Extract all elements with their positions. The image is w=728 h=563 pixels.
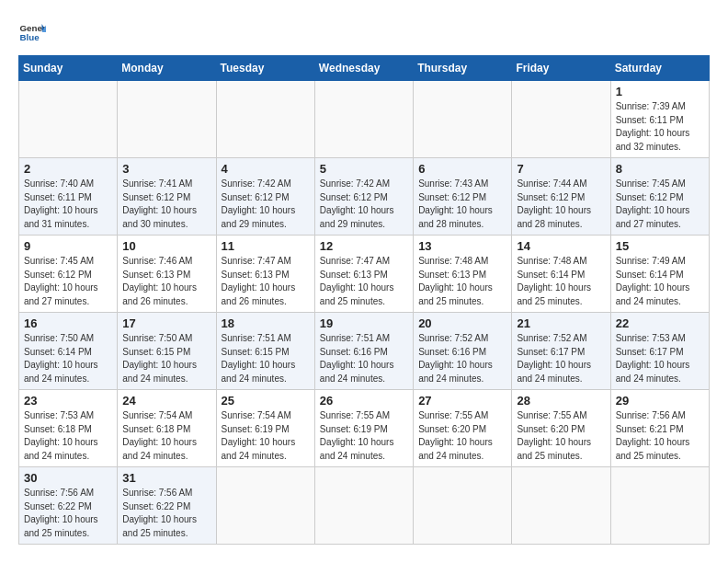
day-number: 28	[517, 394, 605, 408]
calendar-cell: 10Sunrise: 7:46 AMSunset: 6:13 PMDayligh…	[118, 236, 216, 313]
day-number: 29	[616, 394, 704, 408]
day-info: Sunrise: 7:46 AMSunset: 6:13 PMDaylight:…	[122, 255, 210, 308]
calendar-cell	[314, 81, 413, 158]
calendar-header: SundayMondayTuesdayWednesdayThursdayFrid…	[19, 56, 710, 81]
calendar-cell: 3Sunrise: 7:41 AMSunset: 6:12 PMDaylight…	[118, 158, 216, 236]
logo: General Blue	[18, 18, 46, 46]
day-info: Sunrise: 7:49 AMSunset: 6:14 PMDaylight:…	[616, 255, 704, 308]
day-info: Sunrise: 7:40 AMSunset: 6:11 PMDaylight:…	[24, 178, 112, 231]
day-number: 22	[616, 316, 704, 330]
day-info: Sunrise: 7:42 AMSunset: 6:12 PMDaylight:…	[320, 178, 408, 231]
day-number: 5	[320, 162, 408, 176]
day-info: Sunrise: 7:45 AMSunset: 6:12 PMDaylight:…	[24, 255, 112, 308]
day-info: Sunrise: 7:48 AMSunset: 6:14 PMDaylight:…	[517, 255, 605, 308]
day-number: 21	[517, 316, 605, 330]
calendar-cell: 19Sunrise: 7:51 AMSunset: 6:16 PMDayligh…	[314, 313, 413, 390]
calendar-cell	[216, 467, 314, 545]
calendar-cell: 22Sunrise: 7:53 AMSunset: 6:17 PMDayligh…	[610, 313, 709, 390]
calendar-cell	[610, 467, 709, 545]
header-row: SundayMondayTuesdayWednesdayThursdayFrid…	[19, 56, 710, 81]
calendar-cell: 20Sunrise: 7:52 AMSunset: 6:16 PMDayligh…	[414, 313, 512, 390]
day-number: 16	[24, 316, 112, 330]
day-number: 13	[418, 239, 506, 253]
calendar-cell	[216, 81, 314, 158]
calendar-cell: 6Sunrise: 7:43 AMSunset: 6:12 PMDaylight…	[414, 158, 512, 236]
calendar-cell	[314, 467, 413, 545]
calendar-cell: 12Sunrise: 7:47 AMSunset: 6:13 PMDayligh…	[314, 236, 413, 313]
day-number: 3	[122, 162, 210, 176]
calendar-row: 23Sunrise: 7:53 AMSunset: 6:18 PMDayligh…	[19, 390, 710, 467]
day-info: Sunrise: 7:51 AMSunset: 6:15 PMDaylight:…	[222, 332, 310, 385]
calendar-cell: 5Sunrise: 7:42 AMSunset: 6:12 PMDaylight…	[314, 158, 413, 236]
day-info: Sunrise: 7:44 AMSunset: 6:12 PMDaylight:…	[517, 178, 605, 231]
day-info: Sunrise: 7:53 AMSunset: 6:17 PMDaylight:…	[616, 332, 704, 385]
calendar-cell: 9Sunrise: 7:45 AMSunset: 6:12 PMDaylight…	[19, 236, 118, 313]
calendar-row: 9Sunrise: 7:45 AMSunset: 6:12 PMDaylight…	[19, 236, 710, 313]
calendar-cell: 13Sunrise: 7:48 AMSunset: 6:13 PMDayligh…	[414, 236, 512, 313]
day-info: Sunrise: 7:52 AMSunset: 6:16 PMDaylight:…	[418, 332, 506, 385]
day-info: Sunrise: 7:42 AMSunset: 6:12 PMDaylight:…	[222, 178, 310, 231]
day-number: 9	[24, 239, 112, 253]
day-number: 10	[122, 239, 210, 253]
header-cell-saturday: Saturday	[610, 56, 709, 81]
calendar-row: 2Sunrise: 7:40 AMSunset: 6:11 PMDaylight…	[19, 158, 710, 236]
day-info: Sunrise: 7:53 AMSunset: 6:18 PMDaylight:…	[24, 409, 112, 463]
day-number: 24	[122, 394, 210, 408]
calendar-cell: 18Sunrise: 7:51 AMSunset: 6:15 PMDayligh…	[216, 313, 314, 390]
day-info: Sunrise: 7:56 AMSunset: 6:22 PMDaylight:…	[122, 487, 210, 540]
calendar-cell: 25Sunrise: 7:54 AMSunset: 6:19 PMDayligh…	[216, 390, 314, 467]
calendar-cell: 14Sunrise: 7:48 AMSunset: 6:14 PMDayligh…	[512, 236, 610, 313]
day-info: Sunrise: 7:55 AMSunset: 6:20 PMDaylight:…	[418, 409, 506, 463]
day-number: 1	[616, 85, 704, 98]
day-info: Sunrise: 7:54 AMSunset: 6:19 PMDaylight:…	[222, 409, 310, 463]
header-cell-tuesday: Tuesday	[216, 56, 314, 81]
day-info: Sunrise: 7:41 AMSunset: 6:12 PMDaylight:…	[122, 178, 210, 231]
day-info: Sunrise: 7:50 AMSunset: 6:15 PMDaylight:…	[122, 332, 210, 385]
calendar-cell	[414, 81, 512, 158]
day-number: 18	[222, 316, 310, 330]
calendar-cell: 1Sunrise: 7:39 AMSunset: 6:11 PMDaylight…	[610, 81, 709, 158]
calendar-cell: 31Sunrise: 7:56 AMSunset: 6:22 PMDayligh…	[118, 467, 216, 545]
day-info: Sunrise: 7:39 AMSunset: 6:11 PMDaylight:…	[616, 100, 704, 154]
day-info: Sunrise: 7:43 AMSunset: 6:12 PMDaylight:…	[418, 178, 506, 231]
calendar-cell: 2Sunrise: 7:40 AMSunset: 6:11 PMDaylight…	[19, 158, 118, 236]
calendar-cell	[19, 81, 118, 158]
day-info: Sunrise: 7:55 AMSunset: 6:20 PMDaylight:…	[517, 409, 605, 463]
day-number: 6	[418, 162, 506, 176]
calendar-cell: 16Sunrise: 7:50 AMSunset: 6:14 PMDayligh…	[19, 313, 118, 390]
calendar-cell: 11Sunrise: 7:47 AMSunset: 6:13 PMDayligh…	[216, 236, 314, 313]
calendar-cell: 7Sunrise: 7:44 AMSunset: 6:12 PMDaylight…	[512, 158, 610, 236]
day-number: 7	[517, 162, 605, 176]
day-number: 26	[320, 394, 408, 408]
day-info: Sunrise: 7:47 AMSunset: 6:13 PMDaylight:…	[222, 255, 310, 308]
day-info: Sunrise: 7:52 AMSunset: 6:17 PMDaylight:…	[517, 332, 605, 385]
header-cell-thursday: Thursday	[414, 56, 512, 81]
day-info: Sunrise: 7:51 AMSunset: 6:16 PMDaylight:…	[320, 332, 408, 385]
day-info: Sunrise: 7:56 AMSunset: 6:21 PMDaylight:…	[616, 409, 704, 463]
header-cell-monday: Monday	[118, 56, 216, 81]
day-info: Sunrise: 7:56 AMSunset: 6:22 PMDaylight:…	[24, 487, 112, 540]
header-cell-friday: Friday	[512, 56, 610, 81]
calendar-cell: 15Sunrise: 7:49 AMSunset: 6:14 PMDayligh…	[610, 236, 709, 313]
calendar-cell	[512, 81, 610, 158]
calendar-table: SundayMondayTuesdayWednesdayThursdayFrid…	[18, 55, 710, 545]
calendar-cell: 24Sunrise: 7:54 AMSunset: 6:18 PMDayligh…	[118, 390, 216, 467]
day-number: 15	[616, 239, 704, 253]
calendar-cell	[512, 467, 610, 545]
day-number: 19	[320, 316, 408, 330]
calendar-cell: 30Sunrise: 7:56 AMSunset: 6:22 PMDayligh…	[19, 467, 118, 545]
calendar-cell	[414, 467, 512, 545]
day-info: Sunrise: 7:47 AMSunset: 6:13 PMDaylight:…	[320, 255, 408, 308]
calendar-cell: 8Sunrise: 7:45 AMSunset: 6:12 PMDaylight…	[610, 158, 709, 236]
day-number: 17	[122, 316, 210, 330]
calendar-cell: 21Sunrise: 7:52 AMSunset: 6:17 PMDayligh…	[512, 313, 610, 390]
day-number: 8	[616, 162, 704, 176]
day-number: 25	[222, 394, 310, 408]
day-number: 2	[24, 162, 112, 176]
calendar-cell: 28Sunrise: 7:55 AMSunset: 6:20 PMDayligh…	[512, 390, 610, 467]
day-number: 23	[24, 394, 112, 408]
day-info: Sunrise: 7:48 AMSunset: 6:13 PMDaylight:…	[418, 255, 506, 308]
calendar-row: 30Sunrise: 7:56 AMSunset: 6:22 PMDayligh…	[19, 467, 710, 545]
calendar-cell: 4Sunrise: 7:42 AMSunset: 6:12 PMDaylight…	[216, 158, 314, 236]
header-cell-wednesday: Wednesday	[314, 56, 413, 81]
